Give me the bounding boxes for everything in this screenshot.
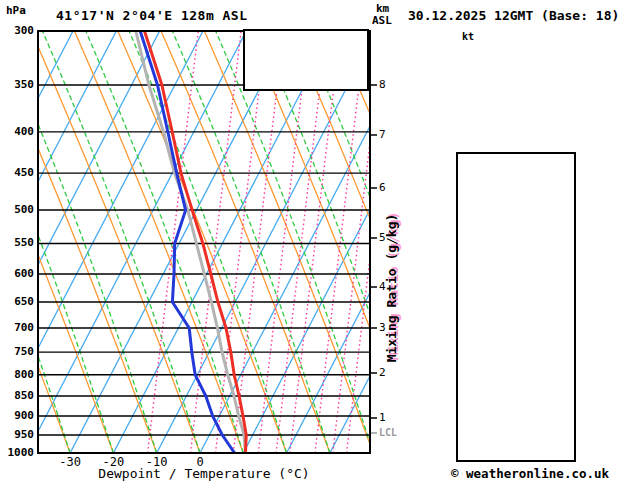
- pressure-tick-label: 850: [2, 389, 34, 402]
- pressure-tick-label: 750: [2, 345, 34, 358]
- pressure-tick-label: 400: [2, 125, 34, 138]
- km-tick-label: 1: [379, 411, 397, 424]
- pressure-tick-label: 950: [2, 428, 34, 441]
- pressure-tick-label: 550: [2, 236, 34, 249]
- station-title: 41°17'N 2°04'E 128m ASL: [56, 8, 248, 23]
- km-ticks: [371, 85, 377, 433]
- copyright: © weatheronline.co.uk: [451, 466, 609, 481]
- stats-table: [456, 152, 576, 462]
- altitude-unit-asl: ASL: [372, 14, 392, 27]
- hodograph-unit-label: kt: [462, 31, 474, 42]
- km-tick-label: 6: [379, 181, 397, 194]
- legend: [243, 29, 369, 91]
- km-tick-label: 8: [379, 78, 397, 91]
- pressure-tick-label: 350: [2, 78, 34, 91]
- lcl-label: LCL: [379, 427, 397, 438]
- pressure-tick-label: 650: [2, 295, 34, 308]
- pressure-unit-label: hPa: [6, 4, 26, 17]
- pressure-tick-label: 1000: [2, 446, 34, 459]
- skewt-sounding-app: hPa 41°17'N 2°04'E 128m ASL km ASL 30.12…: [0, 0, 629, 486]
- pressure-tick-label: 500: [2, 203, 34, 216]
- pressure-tick-label: 600: [2, 267, 34, 280]
- km-tick-label: 7: [379, 128, 397, 141]
- pressure-tick-label: 700: [2, 321, 34, 334]
- x-axis-title: Dewpoint / Temperature (°C): [98, 466, 309, 481]
- run-datetime: 30.12.2025 12GMT (Base: 18): [408, 8, 619, 23]
- pressure-tick-label: 800: [2, 368, 34, 381]
- pressure-tick-label: 900: [2, 409, 34, 422]
- mixing-ratio-axis-title: Mixing Ratio (g/kg): [384, 214, 399, 363]
- pressure-tick-label: 300: [2, 24, 34, 37]
- km-tick-label: 2: [379, 366, 397, 379]
- pressure-tick-label: 450: [2, 166, 34, 179]
- temp-tick-label: -30: [48, 455, 92, 469]
